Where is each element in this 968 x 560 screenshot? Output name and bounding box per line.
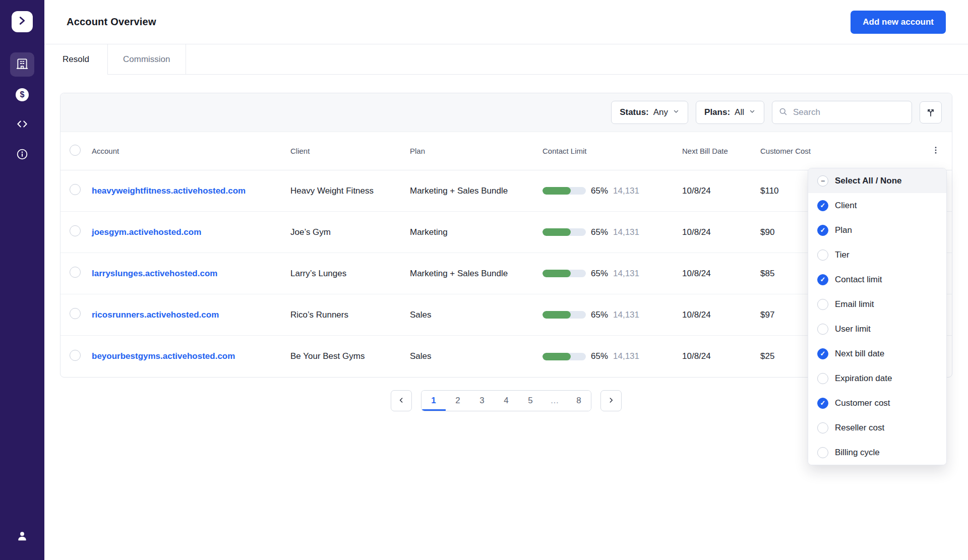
column-menu-item-expiration-date[interactable]: Expiration date [808,366,946,391]
column-menu-item-billing-cycle[interactable]: Billing cycle [808,440,946,465]
contact-limit-checkbox[interactable] [817,274,828,285]
chevron-down-icon [673,107,680,117]
plan-cell: Marketing + Sales Bundle [410,269,542,279]
sidebar-item-info[interactable] [10,143,34,167]
menu-item-label: Contact limit [835,275,882,285]
contact-limit-bar [542,228,586,236]
column-menu-item-email-limit[interactable]: Email limit [808,292,946,317]
sidebar-item-billing[interactable]: $ [10,83,34,107]
contact-limit-percent: 65% [591,269,608,279]
expiration-date-checkbox[interactable] [817,373,828,384]
column-menu-item-plan[interactable]: Plan [808,218,946,242]
next-bill-date-checkbox[interactable] [817,348,828,359]
customer-cost-checkbox[interactable] [817,398,828,409]
reseller-cost-checkbox[interactable] [817,422,828,433]
column-menu-item-client[interactable]: Client [808,193,946,218]
contact-limit-percent: 65% [591,310,608,320]
client-checkbox[interactable] [817,200,828,211]
sidebar-item-profile[interactable] [10,525,34,549]
info-icon [16,148,29,163]
search-icon [778,107,788,118]
account-link[interactable]: beyourbestgyms.activehosted.com [92,351,290,361]
tab-resold[interactable]: Resold [44,44,108,74]
app-logo[interactable] [12,11,33,32]
plans-filter-label: Plans: [704,107,730,117]
tab-bar: Resold Commission [44,44,968,75]
page-list: 1 2 3 4 5 … 8 [421,390,591,411]
row-checkbox[interactable] [70,184,81,195]
table-header: Account Client Plan Contact Limit Next B… [60,132,952,170]
column-menu-item-tier[interactable]: Tier [808,242,946,267]
next-bill-date-cell: 10/8/24 [682,227,760,237]
column-menu-item-reseller-cost[interactable]: Reseller cost [808,415,946,440]
plans-filter-dropdown[interactable]: Plans: All [696,101,764,124]
plan-cell: Marketing + Sales Bundle [410,186,542,196]
column-menu-item-customer-cost[interactable]: Customer cost [808,391,946,415]
status-filter-label: Status: [620,107,649,117]
logo-chevron-icon [17,15,28,28]
account-link[interactable]: joesgym.activehosted.com [92,227,290,237]
account-link[interactable]: ricosrunners.activehosted.com [92,310,290,320]
column-header-client: Client [290,147,410,155]
page-button-4[interactable]: 4 [494,391,518,411]
plan-checkbox[interactable] [817,225,828,236]
page-button-3[interactable]: 3 [470,391,494,411]
column-options-button[interactable] [920,146,952,156]
contact-limit-percent: 65% [591,227,608,237]
column-select-menu: Select All / None Client Plan Tier Conta… [808,168,947,465]
prev-page-button[interactable] [391,390,412,411]
add-new-account-button[interactable]: Add new account [851,11,946,34]
sidebar-item-developer[interactable] [10,113,34,137]
menu-item-label: Tier [835,250,850,260]
column-menu-item-next-bill-date[interactable]: Next bill date [808,341,946,366]
code-icon [16,117,29,133]
row-checkbox[interactable] [70,308,81,319]
row-checkbox[interactable] [70,350,81,361]
select-all-none-checkbox[interactable] [817,175,828,186]
customize-columns-button[interactable] [920,101,942,123]
client-cell: Joe’s Gym [290,227,410,237]
plan-cell: Sales [410,310,542,320]
next-page-button[interactable] [600,390,622,411]
account-link[interactable]: larryslunges.activehosted.com [92,269,290,279]
column-menu-item-user-limit[interactable]: User limit [808,317,946,341]
page-button-8[interactable]: 8 [567,391,591,411]
select-all-none-label: Select All / None [835,176,902,186]
select-all-none-item[interactable]: Select All / None [808,168,946,193]
select-all-rows-checkbox[interactable] [70,145,81,156]
tab-commission[interactable]: Commission [108,44,186,74]
sidebar-nav: $ [10,52,34,167]
chevron-down-icon [749,107,756,117]
person-icon [16,529,29,544]
client-cell: Be Your Best Gyms [290,351,410,361]
column-header-next-bill-date: Next Bill Date [682,147,760,155]
contact-limit-percent: 65% [591,351,608,361]
chevron-right-icon [607,396,615,406]
client-cell: Rico’s Runners [290,310,410,320]
page-button-5[interactable]: 5 [518,391,542,411]
contact-limit-bar [542,187,586,195]
status-filter-dropdown[interactable]: Status: Any [611,101,688,124]
column-menu-item-contact-limit[interactable]: Contact limit [808,267,946,292]
contact-limit-percent: 65% [591,186,608,196]
email-limit-checkbox[interactable] [817,299,828,310]
page-button-1[interactable]: 1 [421,391,446,411]
account-link[interactable]: heavyweightfitness.activehosted.com [92,186,290,196]
search-input[interactable] [792,107,905,118]
next-bill-date-cell: 10/8/24 [682,186,760,196]
row-checkbox[interactable] [70,225,81,236]
row-checkbox[interactable] [70,267,81,278]
billing-cycle-checkbox[interactable] [817,447,828,458]
user-limit-checkbox[interactable] [817,324,828,335]
sidebar-item-accounts[interactable] [10,52,34,77]
page-button-2[interactable]: 2 [446,391,470,411]
tier-checkbox[interactable] [817,250,828,261]
column-header-customer-cost: Customer Cost [760,147,920,155]
column-header-account: Account [92,147,290,155]
contact-limit-count: 14,131 [613,227,639,237]
contact-limit-cell: 65% 14,131 [542,351,682,361]
split-columns-icon [925,106,936,119]
chevron-left-icon [397,396,405,406]
next-bill-date-cell: 10/8/24 [682,351,760,361]
contact-limit-bar [542,353,586,360]
